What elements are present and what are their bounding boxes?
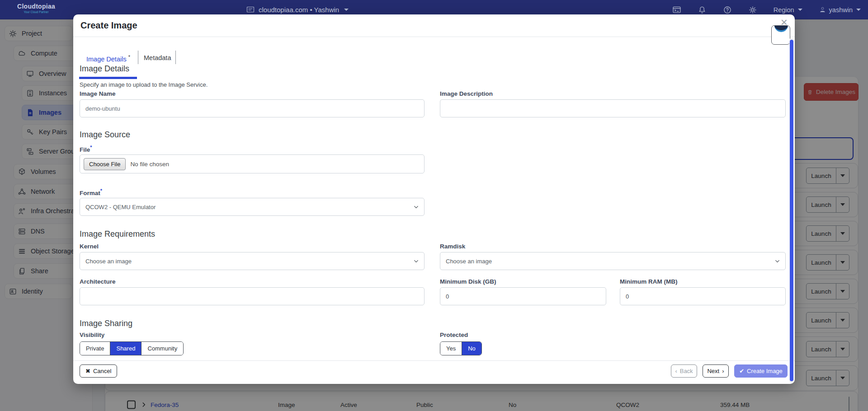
modal-scrollbar-thumb[interactable] (790, 40, 793, 381)
check-icon: ✔ (739, 368, 744, 374)
chevron-right-icon: › (722, 368, 724, 374)
visibility-community-button[interactable]: Community (142, 342, 183, 355)
back-button[interactable]: ‹ Back (671, 364, 697, 378)
image-name-input[interactable] (80, 99, 425, 117)
screen: Project Compute Overview Instances Image… (0, 0, 868, 411)
user-menu-dropdown[interactable]: yashwin (819, 6, 861, 14)
section-help-text: Specify an image to upload to the Image … (80, 81, 208, 88)
ramdisk-label: Ramdisk (440, 243, 465, 250)
protected-label: Protected (440, 332, 468, 338)
min-disk-input[interactable] (440, 287, 606, 305)
architecture-label: Architecture (80, 278, 116, 285)
visibility-toggle-group: Private Shared Community (80, 341, 184, 355)
format-label: Format* (80, 188, 102, 196)
user-icon (819, 6, 826, 14)
section-heading-image-sharing: Image Sharing (80, 319, 132, 328)
terminal-icon[interactable] (672, 5, 681, 14)
chevron-down-icon (413, 258, 420, 265)
settings-gear-icon[interactable] (748, 5, 757, 14)
caret-down-icon (344, 9, 349, 11)
protected-no-button[interactable]: No (462, 342, 481, 355)
chevron-down-icon (774, 258, 781, 265)
image-description-input[interactable] (440, 99, 786, 117)
file-input[interactable]: Choose File No file chosen (80, 154, 425, 173)
caret-down-icon (798, 9, 802, 11)
image-description-label: Image Description (440, 90, 493, 97)
section-heading-image-source: Image Source (80, 130, 130, 140)
min-ram-input[interactable] (620, 287, 786, 305)
format-select[interactable]: QCOW2 - QEMU Emulator (80, 198, 425, 216)
brand-logo[interactable]: Cloudtopiaa Your Cloud Partner (17, 3, 55, 14)
chevron-left-icon: ‹ (675, 368, 677, 374)
file-label: File* (80, 145, 92, 153)
region-dropdown[interactable]: Region (774, 6, 802, 14)
x-icon: ✖ (85, 368, 90, 374)
kernel-label: Kernel (80, 243, 99, 250)
chevron-down-icon (413, 204, 420, 210)
architecture-input[interactable] (80, 287, 425, 305)
billboard-icon (246, 6, 255, 13)
ramdisk-select[interactable]: Choose an image (440, 252, 786, 270)
next-button[interactable]: Next › (703, 364, 729, 378)
protected-yes-button[interactable]: Yes (440, 342, 462, 355)
modal-body: Image Details Specify an image to upload… (73, 14, 795, 384)
notifications-bell-icon[interactable] (698, 5, 707, 14)
modal-footer: ✖ Cancel ‹ Back Next › ✔ Create Image (73, 360, 795, 384)
cancel-button[interactable]: ✖ Cancel (80, 364, 117, 378)
visibility-label: Visibility (80, 332, 104, 338)
caret-down-icon (856, 9, 861, 11)
help-icon[interactable] (723, 5, 732, 14)
visibility-shared-button[interactable]: Shared (110, 342, 142, 355)
visibility-private-button[interactable]: Private (80, 342, 110, 355)
create-image-modal: Create Image × Image Details * Metadata … (73, 14, 795, 384)
section-heading-image-details: Image Details (80, 64, 129, 74)
min-disk-label: Minimum Disk (GB) (440, 278, 496, 285)
file-status-text: No file chosen (130, 161, 169, 168)
min-ram-label: Minimum RAM (MB) (620, 278, 677, 285)
kernel-select[interactable]: Choose an image (80, 252, 425, 270)
protected-toggle-group: Yes No (440, 341, 482, 355)
choose-file-button[interactable]: Choose File (84, 158, 126, 170)
create-image-button[interactable]: ✔ Create Image (734, 364, 788, 378)
image-name-label: Image Name (80, 90, 116, 97)
section-heading-image-requirements: Image Requirements (80, 229, 155, 239)
